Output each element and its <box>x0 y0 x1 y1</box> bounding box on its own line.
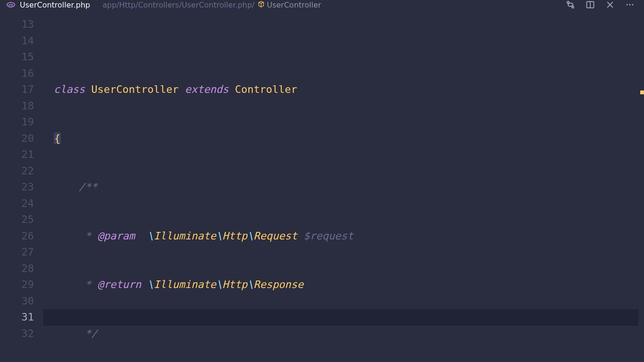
line-number: 23 <box>0 179 34 196</box>
symbol-icon <box>257 0 265 9</box>
svg-point-10 <box>632 4 633 6</box>
tab-filename: UserController.php <box>20 0 90 9</box>
code-editor[interactable]: 1314151617181920212223242526272829303132… <box>0 9 644 362</box>
line-number: 25 <box>0 212 34 228</box>
line-number: 13 <box>0 16 34 33</box>
breadcrumb-path: app/Http/Controllers/UserController.php/ <box>102 0 255 9</box>
line-number: 14 <box>0 33 34 49</box>
line-number: 17 <box>0 82 34 98</box>
line-number: 32 <box>0 326 34 342</box>
tab-bar: php UserController.php app/Http/Controll… <box>0 0 644 9</box>
more-actions-icon[interactable] <box>625 0 635 9</box>
breadcrumb[interactable]: app/Http/Controllers/UserController.php/… <box>97 0 556 9</box>
line-number: 18 <box>0 98 34 115</box>
php-file-icon: php <box>7 0 15 9</box>
line-number: 21 <box>0 147 34 163</box>
line-number: 27 <box>0 244 34 261</box>
line-number-gutter: 1314151617181920212223242526272829303132 <box>0 9 43 362</box>
line-number: 22 <box>0 163 34 180</box>
line-number: 20 <box>0 131 34 147</box>
change-marker <box>640 90 644 94</box>
tab-actions <box>556 0 644 9</box>
line-number: 24 <box>0 196 34 212</box>
line-number: 31 <box>0 309 34 326</box>
line-number: 29 <box>0 277 34 293</box>
compare-changes-icon[interactable] <box>566 0 575 9</box>
svg-text:php: php <box>8 3 13 6</box>
close-icon[interactable] <box>605 0 615 9</box>
line-number: 28 <box>0 261 34 277</box>
line-number: 26 <box>0 228 34 245</box>
breadcrumb-symbol: UserController <box>267 0 321 9</box>
code-content[interactable]: class UserController extends Controller … <box>43 9 644 362</box>
line-number: 16 <box>0 66 34 82</box>
split-editor-icon[interactable] <box>586 0 595 9</box>
line-number: 15 <box>0 49 34 66</box>
svg-point-8 <box>627 4 628 6</box>
svg-point-9 <box>629 4 631 6</box>
editor-tab[interactable]: php UserController.php <box>0 0 97 9</box>
line-number: 30 <box>0 293 34 310</box>
line-number: 19 <box>0 114 34 131</box>
current-line-highlight <box>43 309 638 326</box>
